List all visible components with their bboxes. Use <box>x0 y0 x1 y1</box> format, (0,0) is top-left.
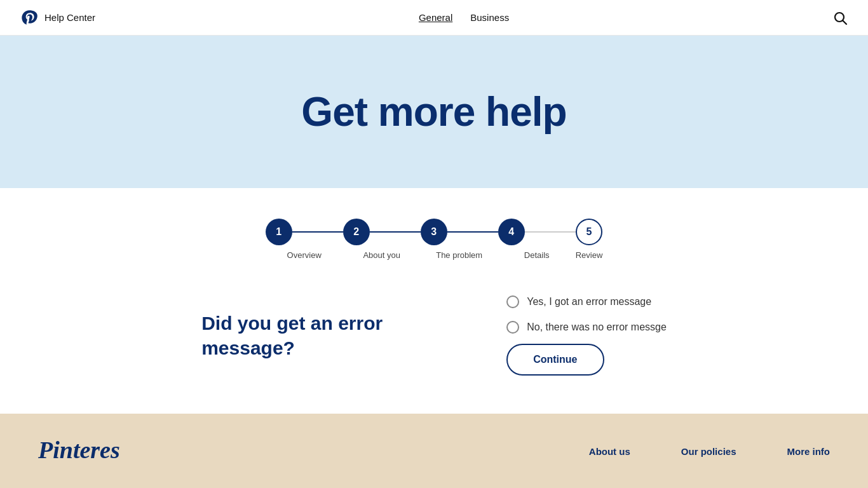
step-4: 4 Details <box>498 219 576 260</box>
footer-nav-more[interactable]: More info <box>787 446 831 457</box>
radio-circle-no <box>506 321 519 334</box>
svg-text:Pinterest: Pinterest <box>38 437 121 463</box>
step-line-4 <box>525 231 576 233</box>
navbar-center: General Business <box>419 12 509 23</box>
step-5: 5 Review <box>576 219 603 260</box>
pinterest-nav-icon <box>20 9 38 27</box>
form-section: Did you get an error message? Yes, I got… <box>85 295 783 376</box>
step-1: 1 Overview <box>266 219 343 260</box>
radio-option-no[interactable]: No, there was no error messge <box>506 321 667 334</box>
step-5-row: 5 <box>576 219 602 245</box>
step-circle-5: 5 <box>576 219 602 245</box>
step-label-5: Review <box>576 250 603 260</box>
radio-label-no: No, there was no error messge <box>527 322 667 333</box>
nav-business[interactable]: Business <box>470 12 509 23</box>
step-2-row: 2 <box>343 219 421 245</box>
stepper: 1 Overview 2 About you <box>266 219 603 260</box>
search-icon <box>832 10 848 25</box>
svg-line-1 <box>843 20 846 24</box>
step-circle-4: 4 <box>498 219 525 245</box>
step-circle-1: 1 <box>266 219 292 245</box>
radio-option-yes[interactable]: Yes, I got an error message <box>506 295 667 308</box>
navbar-title: Help Center <box>44 12 95 23</box>
footer-nav-about[interactable]: About us <box>589 446 630 457</box>
step-line-1 <box>292 231 343 233</box>
step-line-3 <box>447 231 498 233</box>
step-circle-2: 2 <box>343 219 370 245</box>
footer-nav-policies[interactable]: Our policies <box>681 446 736 457</box>
step-label-3: The problem <box>436 250 482 260</box>
hero-title: Get more help <box>301 88 566 135</box>
footer: Pinterest About us Our policies More inf… <box>0 414 868 488</box>
pinterest-footer-icon: Pinterest <box>38 434 121 463</box>
step-2: 2 About you <box>343 219 421 260</box>
navbar: Help Center General Business <box>0 0 868 36</box>
step-label-2: About you <box>363 250 400 260</box>
step-label-1: Overview <box>287 250 322 260</box>
form-question: Did you get an error message? <box>201 311 430 360</box>
form-options: Yes, I got an error message No, there wa… <box>506 295 667 334</box>
step-1-row: 1 <box>266 219 343 245</box>
search-button[interactable] <box>832 10 848 25</box>
step-line-2 <box>370 231 421 233</box>
radio-label-yes: Yes, I got an error message <box>527 296 651 308</box>
step-circle-3: 3 <box>421 219 447 245</box>
step-3-row: 3 <box>421 219 498 245</box>
footer-logo: Pinterest <box>38 434 121 469</box>
footer-nav: About us Our policies More info <box>589 446 830 457</box>
step-4-row: 4 <box>498 219 576 245</box>
nav-general[interactable]: General <box>419 12 452 23</box>
radio-circle-yes <box>506 295 519 308</box>
hero-section: Get more help <box>0 36 868 188</box>
main-content: 1 Overview 2 About you <box>0 188 868 414</box>
step-3: 3 The problem <box>421 219 498 260</box>
stepper-wrapper: 1 Overview 2 About you <box>0 219 868 260</box>
step-label-4: Details <box>524 250 550 260</box>
form-options-wrapper: Yes, I got an error message No, there wa… <box>506 295 667 376</box>
continue-button[interactable]: Continue <box>506 344 604 376</box>
navbar-left: Help Center <box>20 9 95 27</box>
